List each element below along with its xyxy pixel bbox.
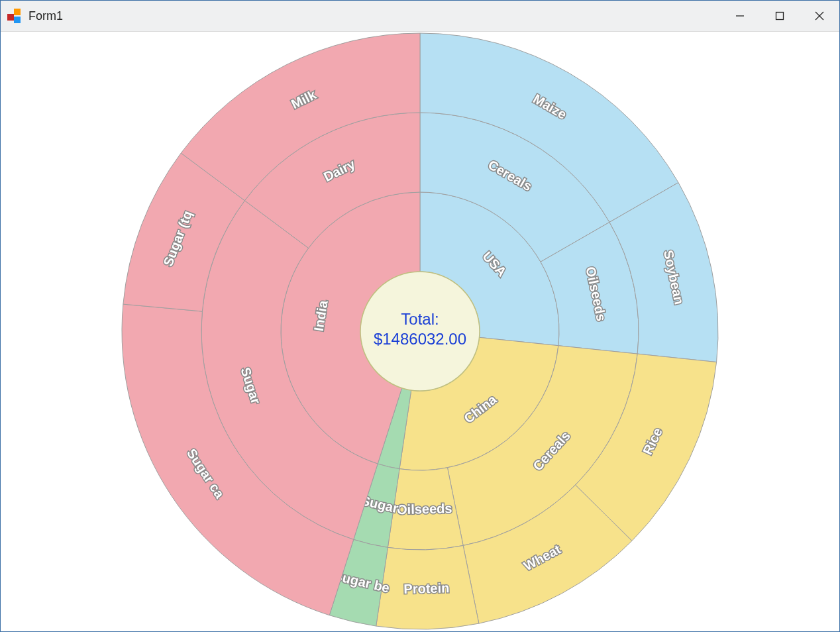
maximize-button[interactable]	[760, 1, 800, 31]
sunburst-chart[interactable]: USACerealsMaizeOilseedsSoybeanChinaCerea…	[118, 29, 722, 632]
close-button[interactable]	[800, 1, 839, 31]
window-title: Form1	[28, 9, 63, 23]
svg-rect-1	[776, 13, 784, 20]
app-icon	[7, 9, 22, 23]
app-window: Form1 USACerealsMaizeOilseedsSoybeanChin…	[0, 0, 840, 632]
label-china_oilseeds: Oilseeds	[397, 501, 452, 517]
center-total-label: Total:	[401, 310, 439, 328]
maximize-icon	[775, 11, 784, 21]
minimize-icon	[735, 11, 745, 21]
window-controls	[720, 1, 839, 31]
center-total-value: $1486032.00	[374, 330, 466, 348]
label-protein: Protein	[403, 580, 449, 596]
titlebar: Form1	[1, 1, 839, 32]
title-left: Form1	[7, 9, 63, 23]
minimize-button[interactable]	[720, 1, 760, 31]
close-icon	[814, 10, 825, 22]
chart-area: USACerealsMaizeOilseedsSoybeanChinaCerea…	[1, 32, 839, 631]
